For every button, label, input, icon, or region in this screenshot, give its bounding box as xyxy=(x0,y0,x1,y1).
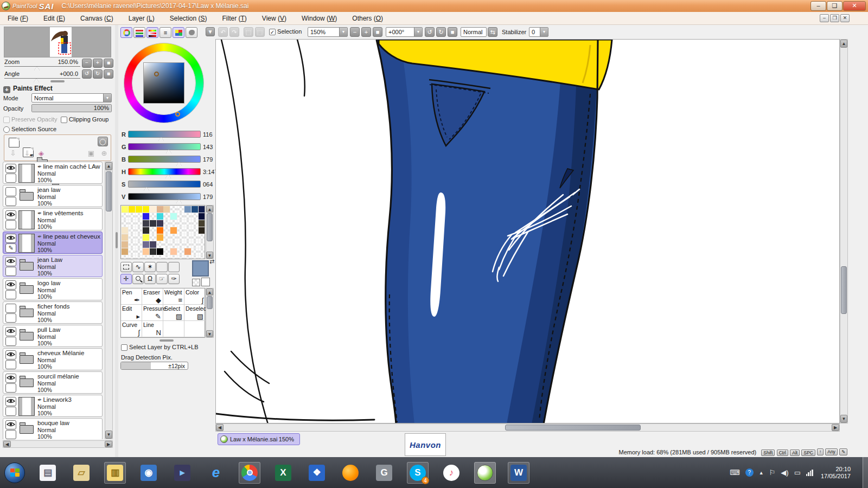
show-desktop-button[interactable] xyxy=(863,457,868,488)
empty-swatch[interactable] xyxy=(177,206,184,213)
hand-tool[interactable]: ☞ xyxy=(156,274,168,284)
scratchpad-toggle[interactable] xyxy=(186,27,197,38)
color-swatch[interactable] xyxy=(150,241,156,248)
start-button[interactable] xyxy=(4,463,25,483)
color-swatch[interactable] xyxy=(157,227,163,234)
empty-swatch[interactable] xyxy=(163,248,170,255)
slider-r[interactable]: R116 xyxy=(118,130,215,141)
empty-swatch[interactable] xyxy=(163,241,170,248)
zoom-reset-button[interactable]: ■ xyxy=(104,59,113,68)
zoom-out-button[interactable]: − xyxy=(82,59,92,68)
empty-swatch[interactable] xyxy=(192,241,198,248)
color-swatch[interactable] xyxy=(170,248,177,255)
color-swatch[interactable] xyxy=(122,248,128,255)
layer-visibility-toggle[interactable] xyxy=(5,280,16,290)
hue-marker[interactable] xyxy=(175,112,180,117)
taskbar-dropbox-icon[interactable]: ❖ xyxy=(306,462,328,484)
layer-row[interactable]: ✒line vêtementsNormal100% xyxy=(3,208,103,230)
chevron-down-icon[interactable]: ▼ xyxy=(540,28,548,36)
layer-visibility-toggle[interactable] xyxy=(5,210,16,220)
layer-visibility-toggle[interactable] xyxy=(5,374,16,383)
color-swatch[interactable] xyxy=(157,213,163,220)
swap-colors-icon[interactable]: ⇄ xyxy=(209,258,214,265)
navigator-preview[interactable] xyxy=(4,27,111,57)
empty-swatch[interactable] xyxy=(177,255,184,259)
merge-down-button[interactable]: ⇓ xyxy=(22,149,33,159)
layer-row[interactable]: cheveux MélanieNormal100% xyxy=(3,348,103,370)
empty-swatch[interactable] xyxy=(163,220,170,227)
empty-swatch[interactable] xyxy=(129,213,135,220)
color-swatch[interactable] xyxy=(136,206,142,213)
menu-filter[interactable]: Filter (T) xyxy=(215,12,254,24)
empty-swatch[interactable] xyxy=(192,255,198,259)
empty-swatch[interactable] xyxy=(122,255,128,259)
tool-grid-scrollbar[interactable]: ▲ ▼ xyxy=(206,288,214,338)
color-swatch[interactable] xyxy=(199,206,205,213)
empty-swatch[interactable] xyxy=(163,227,170,234)
zoom-reset-button[interactable]: ■ xyxy=(373,27,382,37)
color-swatch[interactable] xyxy=(122,206,128,213)
taskbar-skype-icon[interactable]: S4 xyxy=(407,462,429,484)
transfer-down-button[interactable]: ⇩ xyxy=(8,149,18,159)
selection-visibility-checkbox[interactable]: ✓ Selection xyxy=(269,28,302,35)
taskbar-photo-app-icon[interactable]: ◉ xyxy=(138,462,159,484)
scroll-left-icon[interactable]: ◀ xyxy=(3,441,11,447)
rotate-cw-button[interactable]: ↻ xyxy=(436,27,446,37)
color-swatch[interactable] xyxy=(170,213,177,220)
empty-swatch[interactable] xyxy=(170,220,177,227)
color-swatch[interactable] xyxy=(157,234,163,241)
color-wheel-toggle[interactable] xyxy=(120,27,132,38)
angle-slider-handle[interactable] xyxy=(34,79,39,82)
empty-swatch[interactable] xyxy=(170,255,177,259)
color-swatch[interactable] xyxy=(150,220,156,227)
color-swatch[interactable] xyxy=(199,227,205,234)
action-center-flag-icon[interactable]: ⚐ xyxy=(769,468,776,477)
canvas-hscrollbar[interactable]: ◀ ▶ xyxy=(215,423,840,432)
layer-paint-indicator[interactable] xyxy=(5,267,16,276)
close-button[interactable]: ✕ xyxy=(843,1,866,11)
volume-icon[interactable]: ◀) xyxy=(781,468,788,477)
tool-eraser[interactable]: Eraser◆ xyxy=(142,288,163,305)
empty-swatch[interactable] xyxy=(184,255,191,259)
taskbar-clock[interactable]: 20:10 17/05/2017 xyxy=(821,466,851,480)
layer-paint-indicator[interactable] xyxy=(5,174,16,183)
chevron-down-icon[interactable]: ▼ xyxy=(414,28,422,36)
layer-row[interactable]: jean LawNormal100% xyxy=(3,255,103,277)
paints-effect-header[interactable]: +Paints Effect xyxy=(3,85,53,93)
color-swatch[interactable] xyxy=(184,206,191,213)
slider-handle[interactable] xyxy=(176,162,182,166)
scroll-left-icon[interactable]: ◀ xyxy=(216,424,224,431)
network-signal-icon[interactable] xyxy=(806,470,813,476)
empty-swatch[interactable] xyxy=(136,234,142,241)
taskbar-folder-icon[interactable]: ▱ xyxy=(71,462,92,484)
taskbar-gimp-icon[interactable]: G xyxy=(373,462,395,484)
empty-swatch[interactable] xyxy=(157,241,163,248)
toolbar-overflow-button[interactable]: ▼ xyxy=(206,27,215,36)
rotate-reset-button[interactable]: ■ xyxy=(104,69,113,79)
empty-swatch[interactable] xyxy=(129,227,135,234)
slider-track[interactable] xyxy=(128,181,201,188)
empty-swatch[interactable] xyxy=(192,227,198,234)
slider-track[interactable] xyxy=(128,131,201,138)
color-swatch[interactable] xyxy=(143,227,149,234)
empty-swatch[interactable] xyxy=(129,220,135,227)
empty-swatch[interactable] xyxy=(184,213,191,220)
mdi-close-button[interactable]: ✕ xyxy=(840,14,850,22)
marquee-tool[interactable] xyxy=(120,262,132,272)
eyedropper-tool[interactable]: ✑ xyxy=(168,274,180,284)
blend-mode-field[interactable]: Normal xyxy=(461,27,487,37)
rotate-cw-button[interactable]: ↻ xyxy=(93,69,103,79)
empty-swatch[interactable] xyxy=(136,220,142,227)
color-swatch[interactable] xyxy=(122,227,128,234)
selection-move-button[interactable]: ⬚ xyxy=(244,27,253,37)
color-swatch[interactable] xyxy=(157,248,163,255)
slider-s[interactable]: S064 xyxy=(118,180,215,191)
chevron-down-icon[interactable]: ▼ xyxy=(339,28,347,36)
layer-paint-indicator[interactable] xyxy=(5,430,16,439)
color-swatch[interactable] xyxy=(143,220,149,227)
selection-transform-button[interactable]: ⬚ xyxy=(255,27,265,37)
slider-handle[interactable] xyxy=(144,187,149,191)
mdi-minimize-button[interactable]: – xyxy=(820,14,829,22)
navigator-zoom-slider[interactable]: Zoom 150.0% xyxy=(4,59,80,69)
empty-swatch[interactable] xyxy=(184,220,191,227)
